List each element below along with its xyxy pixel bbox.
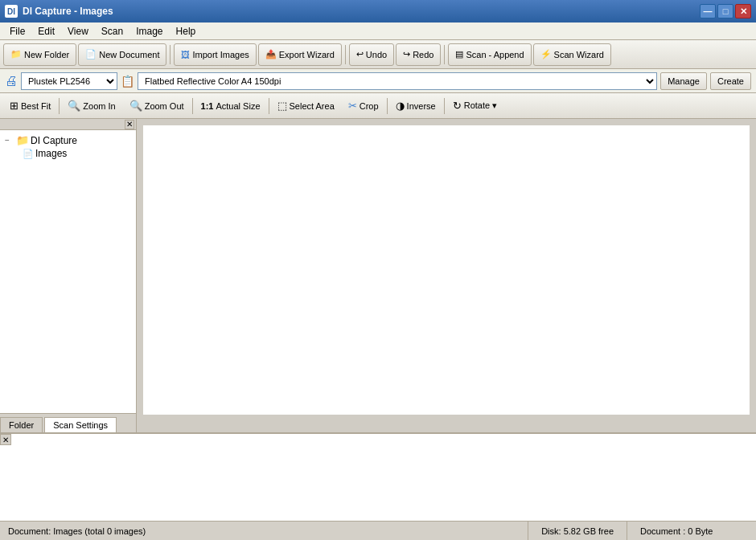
tree-node-label: DI Capture xyxy=(31,135,77,146)
itb-sep-3 xyxy=(269,98,269,114)
itb-sep-2 xyxy=(192,98,193,114)
best-fit-icon: ⊞ xyxy=(10,100,18,112)
new-document-button[interactable]: 📄 New Document xyxy=(78,43,166,66)
menu-file[interactable]: File xyxy=(3,24,31,39)
toolbar-separator-3 xyxy=(444,45,445,64)
create-button[interactable]: Create xyxy=(710,72,751,90)
import-icon: 🖼 xyxy=(181,50,190,59)
new-folder-icon: 📁 xyxy=(10,49,22,59)
file-tree: − 📁 DI Capture 📄 Images xyxy=(0,130,136,413)
tree-expand-icon: − xyxy=(5,136,14,145)
minimize-button[interactable]: — xyxy=(700,4,716,18)
tree-node-di-capture[interactable]: − 📁 DI Capture xyxy=(3,133,133,147)
inverse-icon: ◑ xyxy=(396,100,405,112)
menu-image[interactable]: Image xyxy=(129,24,169,39)
tab-scan-settings[interactable]: Scan Settings xyxy=(44,417,117,432)
new-document-icon: 📄 xyxy=(85,49,97,59)
document-icon: 📄 xyxy=(23,149,34,159)
panel-tabs: Folder Scan Settings xyxy=(0,413,136,432)
export-wizard-button[interactable]: 📤 Export Wizard xyxy=(258,43,342,66)
scanner-icon: 🖨 xyxy=(5,74,18,88)
rotate-icon: ↻ xyxy=(453,100,462,112)
actual-size-button[interactable]: 1:1 Actual Size xyxy=(195,96,267,117)
export-icon: 📤 xyxy=(265,49,277,59)
bottom-panel-close-button[interactable]: ✕ xyxy=(0,434,11,445)
import-images-button[interactable]: 🖼 Import Images xyxy=(174,43,256,66)
status-file: Document : 0 Byte xyxy=(627,522,756,540)
zoom-in-icon: 🔍 xyxy=(68,100,80,112)
left-panel-close-icon[interactable]: ✕ xyxy=(125,120,134,129)
manage-button[interactable]: Manage xyxy=(660,72,707,90)
zoom-out-button[interactable]: 🔍 Zoom Out xyxy=(123,96,191,117)
rotate-button[interactable]: ↻ Rotate ▾ xyxy=(446,96,503,117)
scan-profile-select[interactable]: Flatbed Reflective Color A4 150dpi xyxy=(138,72,657,90)
select-area-button[interactable]: ⬚ Select Area xyxy=(271,96,341,117)
left-panel: ✕ − 📁 DI Capture 📄 Images Folder Scan Se… xyxy=(0,119,137,432)
image-toolbar: ⊞ Best Fit 🔍 Zoom In 🔍 Zoom Out 1:1 Actu… xyxy=(0,93,756,119)
menu-bar: File Edit View Scan Image Help xyxy=(0,22,756,40)
select-area-icon: ⬚ xyxy=(277,100,287,112)
scan-append-icon: ▤ xyxy=(455,49,463,59)
undo-button[interactable]: ↩ Undo xyxy=(349,43,394,66)
crop-icon: ✂ xyxy=(348,100,357,112)
menu-help[interactable]: Help xyxy=(170,24,203,39)
toolbar-separator-1 xyxy=(170,45,171,64)
menu-edit[interactable]: Edit xyxy=(31,24,61,39)
title-bar: DI DI Capture - Images — □ ✕ xyxy=(0,0,756,22)
main-area: ✕ − 📁 DI Capture 📄 Images Folder Scan Se… xyxy=(0,119,756,432)
redo-icon: ↪ xyxy=(403,49,410,59)
menu-view[interactable]: View xyxy=(61,24,95,39)
window-title: DI Capture - Images xyxy=(23,6,700,17)
image-canvas xyxy=(143,125,750,415)
crop-button[interactable]: ✂ Crop xyxy=(342,96,385,117)
itb-sep-5 xyxy=(444,98,445,114)
toolbar-separator-2 xyxy=(345,45,346,64)
redo-button[interactable]: ↪ Redo xyxy=(396,43,441,66)
bottom-panel: ✕ xyxy=(0,432,756,521)
best-fit-button[interactable]: ⊞ Best Fit xyxy=(3,96,57,117)
title-controls: — □ ✕ xyxy=(700,4,751,18)
status-document: Document: Images (total 0 images) xyxy=(0,522,528,540)
scan-append-button[interactable]: ▤ Scan - Append xyxy=(448,43,531,66)
undo-icon: ↩ xyxy=(356,49,364,59)
left-panel-header: ✕ xyxy=(0,119,136,130)
menu-scan[interactable]: Scan xyxy=(95,24,129,39)
zoom-out-icon: 🔍 xyxy=(129,100,142,112)
status-bar: Document: Images (total 0 images) Disk: … xyxy=(0,521,756,540)
status-disk: Disk: 5.82 GB free xyxy=(528,522,627,540)
tree-node-images[interactable]: 📄 Images xyxy=(3,147,133,160)
tree-node-label: Images xyxy=(35,148,67,159)
scan-wizard-button[interactable]: ⚡ Scan Wizard xyxy=(533,43,611,66)
app-icon: DI xyxy=(5,5,18,18)
itb-sep-1 xyxy=(59,98,60,114)
itb-sep-4 xyxy=(387,98,388,114)
maximize-button[interactable]: □ xyxy=(717,4,733,18)
inverse-button[interactable]: ◑ Inverse xyxy=(389,96,442,117)
tab-folder[interactable]: Folder xyxy=(0,417,43,432)
zoom-in-button[interactable]: 🔍 Zoom In xyxy=(61,96,121,117)
scan-wizard-icon: ⚡ xyxy=(540,49,552,59)
new-folder-button[interactable]: 📁 New Folder xyxy=(3,43,76,66)
actual-size-icon: 1:1 xyxy=(201,101,214,111)
scanner-row: 🖨 Plustek PL2546 📋 Flatbed Reflective Co… xyxy=(0,69,756,93)
profile-icon: 📋 xyxy=(121,75,134,88)
scanner-device-select[interactable]: Plustek PL2546 xyxy=(21,72,117,90)
close-button[interactable]: ✕ xyxy=(735,4,751,18)
toolbar: 📁 New Folder 📄 New Document 🖼 Import Ima… xyxy=(0,40,756,69)
image-canvas-area[interactable] xyxy=(137,119,756,432)
folder-icon: 📁 xyxy=(16,134,29,146)
